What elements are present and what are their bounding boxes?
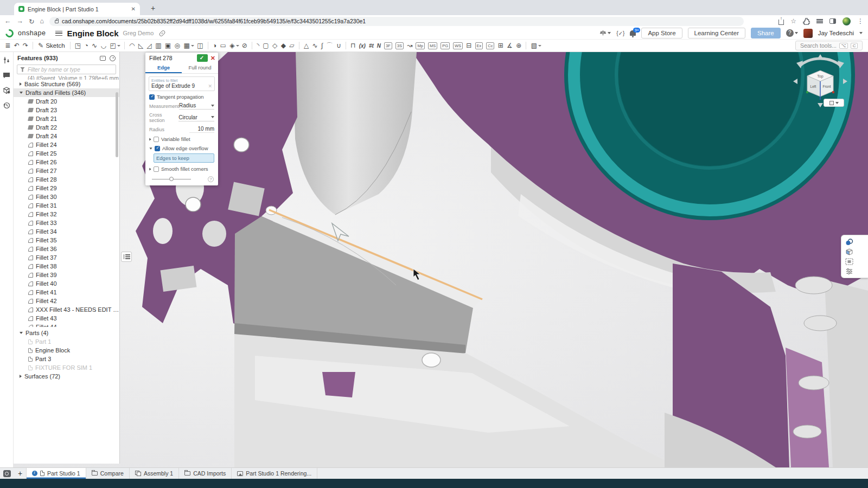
revolve-icon[interactable]: ◔ (84, 40, 88, 51)
project-curve-icon[interactable]: ⌒ (327, 40, 333, 51)
feature-item[interactable]: Fillet 24 (14, 140, 119, 149)
clipped-feature-item[interactable]: Fillet 44 (14, 323, 119, 327)
allow-edge-overflow-row[interactable]: Allow edge overflow (149, 145, 214, 151)
custom-feature-ms-icon[interactable]: MS (428, 42, 437, 49)
split-icon[interactable]: ▭ (220, 40, 226, 51)
view-options-button[interactable] (824, 99, 844, 107)
delete-face-icon[interactable]: ▢ (263, 40, 269, 51)
dropdown-caret-icon[interactable] (236, 45, 239, 47)
boolean-icon[interactable]: ◑ (213, 40, 216, 51)
chevron-down-icon[interactable] (20, 332, 23, 334)
feature-list-scrollbar[interactable] (116, 92, 118, 157)
radius-input[interactable]: 10 mm (189, 126, 214, 133)
custom-feature-ws-icon[interactable]: WS (453, 42, 463, 49)
chevron-right-icon[interactable] (20, 82, 22, 86)
simulation-icon[interactable]: ⊞ (498, 40, 503, 51)
chevron-right-icon[interactable] (149, 168, 151, 170)
tab-manager-button[interactable] (0, 468, 14, 479)
cancel-button[interactable] (210, 54, 215, 62)
rollback-bar-handle[interactable] (121, 252, 132, 262)
mirror-icon[interactable]: ◫ (197, 40, 203, 51)
feature-item[interactable]: Draft 22 (14, 123, 119, 132)
back-icon[interactable]: ← (4, 17, 11, 25)
feature-item[interactable]: Fillet 41 (14, 288, 119, 297)
group-basic-structure[interactable]: Basic Structure (569) (14, 80, 119, 88)
rollback-slider[interactable] (152, 179, 191, 179)
reload-icon[interactable]: ↻ (29, 17, 34, 25)
user-avatar[interactable] (803, 29, 813, 38)
display-states-icon[interactable] (845, 258, 853, 265)
smooth-corners-row[interactable]: Smooth fillet corners (149, 166, 214, 172)
entities-to-fillet-field[interactable]: Entities to fillet Edge of Extrude 9 (149, 76, 215, 91)
extrude-icon[interactable]: ◳ (75, 40, 81, 51)
allow-edge-overflow-checkbox[interactable] (155, 146, 160, 151)
regen-time-icon[interactable] (110, 55, 116, 61)
chamfer-icon[interactable]: ◺ (138, 40, 143, 51)
chevron-right-icon[interactable] (149, 138, 151, 140)
feature-item[interactable]: Fillet 32 (14, 210, 119, 219)
cross-section-select[interactable]: Circular (178, 114, 214, 121)
chevron-down-icon[interactable] (149, 147, 152, 149)
featurescript-check-icon[interactable]: {✓} (616, 30, 624, 36)
tab-edge[interactable]: Edge (145, 63, 182, 73)
feature-item[interactable]: Fillet 30 (14, 192, 119, 201)
bookmark-star-icon[interactable]: ☆ (790, 17, 796, 25)
modify-fillet-icon[interactable]: ◝ (257, 40, 259, 51)
add-tab-button[interactable]: + (14, 468, 26, 479)
move-face-icon[interactable]: ◇ (272, 40, 277, 51)
dropdown-caret-icon[interactable] (538, 45, 541, 47)
group-parts[interactable]: Parts (4) (14, 329, 119, 337)
share-button[interactable]: Share (751, 28, 781, 38)
named-views-icon[interactable]: ▧ (531, 40, 537, 51)
user-menu-caret-icon[interactable] (859, 32, 863, 34)
variable-table-icon[interactable]: #t (369, 43, 374, 49)
browser-profile-avatar[interactable] (843, 17, 851, 25)
part-item[interactable]: Part 1 (14, 337, 119, 346)
search-tools-input[interactable]: Search tools... ⌥ C (795, 41, 863, 50)
feature-item[interactable]: Fillet 38 (14, 262, 119, 271)
zoom-fit-icon[interactable]: ⊕ (516, 40, 521, 51)
app-store-button[interactable]: App Store (641, 28, 682, 38)
edges-to-keep-field[interactable]: Edges to keep (154, 153, 214, 163)
measurement-select[interactable]: Radius (179, 102, 214, 110)
redo-icon[interactable]: ↷ (23, 40, 28, 51)
feature-item[interactable]: Fillet 39 (14, 271, 119, 279)
feature-item[interactable]: Fillet 34 (14, 227, 119, 236)
document-menu-icon[interactable] (55, 31, 62, 36)
feature-item[interactable]: Fillet 42 (14, 297, 119, 305)
slider-handle[interactable] (169, 177, 174, 181)
loft-icon[interactable]: ◡ (101, 40, 106, 51)
feature-item[interactable]: Fillet 27 (14, 166, 119, 175)
tangent-propagation-checkbox[interactable] (149, 94, 155, 100)
history-icon[interactable] (3, 102, 10, 109)
part-item[interactable]: FIXTURE FOR SIM 1 (14, 363, 119, 372)
bottom-tab-compare[interactable]: Compare (86, 468, 129, 479)
feature-item[interactable]: Fillet 33 (14, 219, 119, 227)
group-surfaces[interactable]: Surfaces (72) (14, 372, 119, 381)
browser-menu-icon[interactable]: ⋮ (857, 17, 864, 25)
part-item[interactable]: Engine Block (14, 346, 119, 355)
help-menu-icon[interactable]: ? (786, 29, 798, 37)
configuration-panel-icon[interactable] (845, 268, 853, 275)
url-omnibox[interactable]: cad.onshape.com/documents/25b02b8352ff2d… (49, 17, 744, 26)
comments-icon[interactable] (3, 72, 10, 79)
new-tab-button[interactable]: + (148, 3, 158, 14)
chevron-right-icon[interactable] (20, 375, 22, 378)
tab-info-icon[interactable] (32, 471, 37, 476)
feature-item[interactable]: Fillet 40 (14, 279, 119, 288)
feature-item[interactable]: Fillet 36 (14, 245, 119, 253)
custom-feature-pg-icon[interactable]: PG (441, 42, 450, 49)
sheet-metal-icon[interactable]: ⊓ (350, 40, 355, 51)
bottom-tab-assembly-1[interactable]: Assembly 1 (129, 468, 178, 479)
help-icon[interactable] (208, 176, 214, 182)
configurations-icon[interactable] (3, 56, 10, 64)
rib-icon[interactable]: ▥ (155, 40, 161, 51)
shell-icon[interactable]: ▣ (165, 40, 171, 51)
feature-item[interactable]: Fillet 25 (14, 149, 119, 158)
notifications-bell-icon[interactable]: 9+ (630, 30, 636, 36)
feature-item[interactable]: Fillet 43 (14, 314, 119, 323)
feature-item[interactable]: XXX Fillet 43 - NEEDS EDIT OF UNDERL... (14, 305, 119, 314)
custom-feature-3s-icon[interactable]: 3S (395, 42, 404, 49)
extensions-icon[interactable] (803, 18, 810, 25)
view-orientation-icon[interactable] (845, 248, 853, 255)
